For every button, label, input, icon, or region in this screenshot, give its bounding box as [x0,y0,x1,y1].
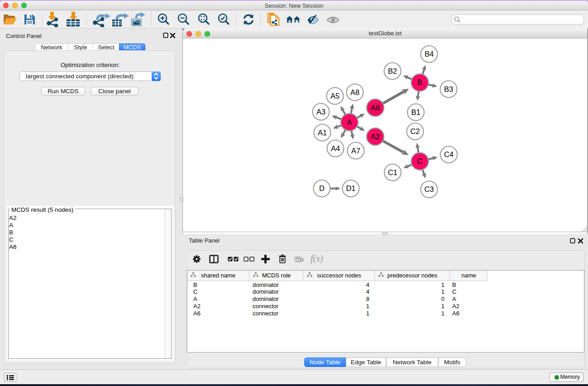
svg-text:D1: D1 [346,184,355,192]
svg-text:A3: A3 [316,108,325,116]
svg-text:B3: B3 [444,85,453,93]
svg-text:A4: A4 [331,144,340,152]
svg-text:A2: A2 [371,133,380,141]
svg-text:B2: B2 [388,67,397,75]
svg-text:A1: A1 [318,129,327,137]
svg-text:C2: C2 [410,127,420,135]
svg-text:C3: C3 [424,185,434,193]
svg-text:B: B [417,78,422,86]
svg-text:A: A [347,118,352,126]
svg-text:A6: A6 [371,104,380,112]
svg-text:A7: A7 [351,147,360,155]
svg-text:A5: A5 [330,92,339,100]
svg-text:C: C [417,157,423,165]
svg-text:A8: A8 [350,88,359,96]
svg-text:C4: C4 [444,150,454,158]
svg-text:D: D [319,184,325,192]
svg-text:B1: B1 [411,108,420,116]
svg-text:B4: B4 [425,50,434,58]
svg-text:C1: C1 [388,168,397,176]
